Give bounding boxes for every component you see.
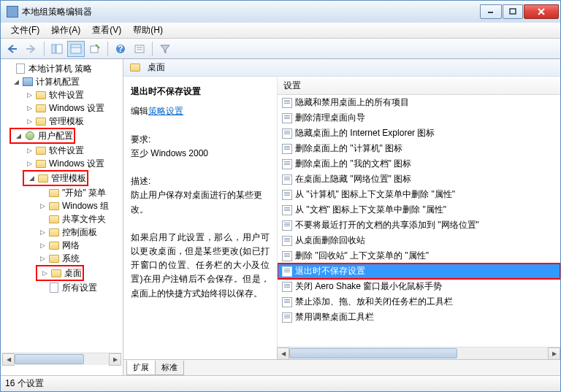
- list-hscrollbar[interactable]: ◀ ▶: [277, 347, 560, 359]
- right-pane: 桌面 退出时不保存设置 编辑策略设置 要求: 至少 Windows 2000 描…: [123, 59, 560, 375]
- setting-icon: [282, 205, 292, 215]
- list-item-label: 禁用调整桌面工具栏: [295, 311, 374, 323]
- setting-icon: [282, 266, 292, 277]
- show-hide-tree-button[interactable]: [48, 41, 66, 57]
- tab-extended[interactable]: 扩展: [126, 361, 156, 375]
- menubar: 文件(F) 操作(A) 查看(V) 帮助(H): [1, 23, 560, 39]
- list-item[interactable]: 关闭 Aero Shake 窗口最小化鼠标手势: [278, 279, 560, 294]
- list-item[interactable]: 删除桌面上的 "计算机" 图标: [278, 141, 560, 156]
- titlebar[interactable]: 本地组策略编辑器: [1, 1, 560, 23]
- details-view-button[interactable]: [67, 41, 85, 57]
- scroll-thumb[interactable]: [289, 348, 457, 358]
- properties-button[interactable]: [131, 41, 148, 57]
- setting-icon: [282, 297, 292, 307]
- content-area: 本地计算机 策略 ◢计算机配置 ▷软件设置 ▷Windows 设置 ▷管理模板 …: [1, 59, 560, 375]
- scroll-left-icon[interactable]: ◀: [2, 353, 15, 366]
- list-item-label: 删除 "回收站" 上下文菜单的 "属性": [295, 250, 429, 262]
- list-item-label: 隐藏和禁用桌面上的所有项目: [295, 96, 409, 109]
- list-item-label: 在桌面上隐藏 "网络位置" 图标: [295, 173, 411, 185]
- settings-list-pane: 设置 隐藏和禁用桌面上的所有项目删除清理桌面向导隐藏桌面上的 Internet …: [277, 77, 560, 359]
- list-item[interactable]: 退出时不保存设置: [278, 264, 560, 279]
- right-header-title: 桌面: [148, 61, 165, 74]
- scroll-thumb[interactable]: [15, 354, 84, 364]
- filter-button[interactable]: [156, 41, 174, 57]
- svg-rect-10: [91, 46, 98, 53]
- svg-text:?: ?: [118, 44, 123, 54]
- list-item[interactable]: 隐藏桌面上的 Internet Explorer 图标: [278, 126, 560, 141]
- list-item-label: 从 "计算机" 图标上下文菜单中删除 "属性": [295, 188, 455, 201]
- tree-comp-windows[interactable]: ▷Windows 设置: [2, 101, 121, 115]
- tree-windows-group[interactable]: ▷Windows 组: [2, 199, 121, 212]
- scroll-right-icon[interactable]: ▶: [109, 353, 121, 366]
- right-header: 桌面: [123, 59, 560, 77]
- tree-hscrollbar[interactable]: ◀ ▶: [2, 353, 121, 365]
- setting-icon: [282, 98, 292, 108]
- tree-shared-folders[interactable]: 共享文件夹: [2, 212, 121, 226]
- list-item[interactable]: 禁用调整桌面工具栏: [278, 310, 560, 325]
- status-text: 16 个设置: [5, 377, 44, 390]
- back-button[interactable]: [4, 41, 21, 57]
- list-item[interactable]: 从桌面删除回收站: [278, 233, 560, 248]
- list-item-label: 删除桌面上的 "计算机" 图标: [295, 142, 402, 155]
- export-button[interactable]: [86, 41, 104, 57]
- description-text-1: 防止用户保存对桌面进行的某些更改。: [131, 188, 270, 216]
- list-item[interactable]: 不要将最近打开的文档的共享添加到 "网络位置": [278, 218, 560, 233]
- tree-user-config[interactable]: ◢用户配置: [12, 129, 73, 142]
- tree-comp-software[interactable]: ▷软件设置: [2, 88, 121, 101]
- tree-system[interactable]: ▷系统: [2, 252, 121, 265]
- tree-user-templates[interactable]: ◢管理模板: [25, 172, 86, 185]
- list-item[interactable]: 从 "计算机" 图标上下文菜单中删除 "属性": [278, 187, 560, 202]
- list-item-label: 禁止添加、拖、放和关闭任务栏的工具栏: [295, 296, 453, 308]
- settings-list[interactable]: 隐藏和禁用桌面上的所有项目删除清理桌面向导隐藏桌面上的 Internet Exp…: [277, 95, 560, 347]
- requirements-label: 要求:: [131, 133, 270, 147]
- list-item[interactable]: 删除桌面上的 "我的文档" 图标: [278, 156, 560, 172]
- close-button[interactable]: [524, 4, 559, 19]
- list-item[interactable]: 删除清理桌面向导: [278, 110, 560, 126]
- svg-rect-6: [52, 45, 56, 53]
- forward-button[interactable]: [23, 41, 40, 57]
- list-item[interactable]: 禁止添加、拖、放和关闭任务栏的工具栏: [278, 294, 560, 310]
- menu-action[interactable]: 操作(A): [45, 23, 86, 38]
- svg-rect-8: [71, 45, 81, 53]
- list-item[interactable]: 从 "文档" 图标上下文菜单中删除 "属性": [278, 202, 560, 218]
- help-button[interactable]: ?: [112, 41, 129, 57]
- tree-control-panel[interactable]: ▷控制面板: [2, 226, 121, 239]
- svg-rect-7: [56, 45, 62, 53]
- column-header-setting[interactable]: 设置: [277, 77, 560, 95]
- tree-network[interactable]: ▷网络: [2, 239, 121, 252]
- tree-pane[interactable]: 本地计算机 策略 ◢计算机配置 ▷软件设置 ▷Windows 设置 ▷管理模板 …: [1, 59, 123, 375]
- list-item-label: 从 "文档" 图标上下文菜单中删除 "属性": [295, 204, 446, 216]
- window-title: 本地组策略编辑器: [22, 6, 479, 18]
- tree-user-software[interactable]: ▷软件设置: [2, 144, 121, 157]
- minimize-button[interactable]: [480, 4, 502, 19]
- list-item[interactable]: 在桌面上隐藏 "网络位置" 图标: [278, 172, 560, 187]
- tree-root[interactable]: 本地计算机 策略: [2, 62, 121, 75]
- tree-all-settings[interactable]: 所有设置: [2, 281, 121, 294]
- list-item-label: 删除清理桌面向导: [295, 112, 365, 124]
- scroll-left-icon[interactable]: ◀: [277, 347, 289, 359]
- maximize-button[interactable]: [503, 4, 523, 19]
- description-label: 描述:: [131, 174, 270, 188]
- list-item[interactable]: 隐藏和禁用桌面上的所有项目: [278, 95, 560, 110]
- menu-view[interactable]: 查看(V): [86, 23, 127, 38]
- policy-settings-link[interactable]: 策略设置: [148, 106, 183, 116]
- tree-start-menu[interactable]: "开始" 菜单: [2, 186, 121, 199]
- list-item-label: 从桌面删除回收站: [295, 234, 365, 247]
- setting-icon: [282, 174, 292, 185]
- menu-help[interactable]: 帮助(H): [127, 23, 169, 38]
- tab-standard[interactable]: 标准: [155, 361, 184, 375]
- menu-file[interactable]: 文件(F): [5, 23, 45, 38]
- app-icon: [7, 6, 18, 18]
- list-item-label: 退出时不保存设置: [295, 265, 365, 277]
- requirements-value: 至少 Windows 2000: [131, 147, 270, 161]
- tree-user-windows[interactable]: ▷Windows 设置: [2, 157, 121, 170]
- tree-desktop[interactable]: ▷桌面: [38, 266, 82, 280]
- description-text-2: 如果启用了此设置，那么，用户可以更改桌面，但是某些更改(如已打开窗口的位置、任务…: [131, 231, 270, 301]
- setting-icon: [282, 312, 292, 323]
- list-item[interactable]: 删除 "回收站" 上下文菜单的 "属性": [278, 248, 560, 264]
- setting-icon: [282, 128, 292, 139]
- tree-comp-templates[interactable]: ▷管理模板: [2, 115, 121, 128]
- scroll-right-icon[interactable]: ▶: [548, 347, 560, 359]
- setting-icon: [282, 251, 292, 261]
- tree-computer-config[interactable]: ◢计算机配置: [2, 75, 121, 88]
